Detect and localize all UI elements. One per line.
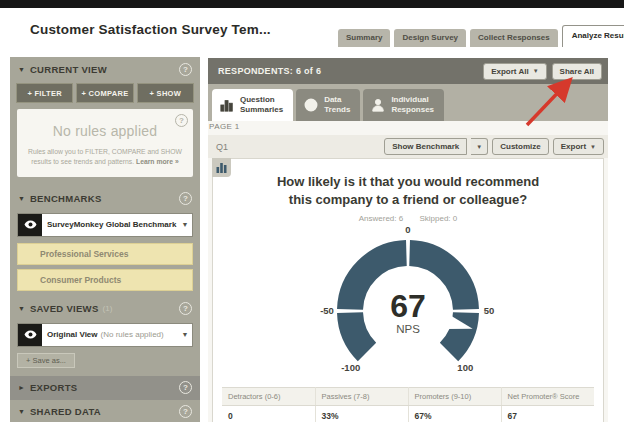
eye-icon xyxy=(18,324,42,346)
tab-design-survey[interactable]: Design Survey xyxy=(394,29,466,47)
exports-header[interactable]: ► EXPORTS ? xyxy=(10,376,200,400)
question-card: How likely is it that you would recommen… xyxy=(212,158,604,422)
chevron-down-icon: ▼ xyxy=(18,305,25,312)
bar-chart-icon xyxy=(220,98,234,112)
chevron-down-icon: ▼ xyxy=(590,144,596,150)
col-passives: Passives (7-8) xyxy=(315,388,408,406)
show-benchmark-split-button: Show Benchmark ▼ xyxy=(380,138,488,155)
chevron-down-icon: ▼ xyxy=(476,144,482,150)
help-icon[interactable]: ? xyxy=(175,114,188,127)
svg-text:67: 67 xyxy=(390,288,426,324)
chevron-down-icon: ▼ xyxy=(533,68,539,74)
saved-views-header[interactable]: ▼ SAVED VIEWS (1) ? xyxy=(10,297,200,321)
help-icon[interactable]: ? xyxy=(179,381,192,394)
tab-collect-responses[interactable]: Collect Responses xyxy=(470,29,558,47)
share-all-button[interactable]: Share All xyxy=(552,63,602,80)
help-icon[interactable]: ? xyxy=(179,192,192,205)
saved-views-count: (1) xyxy=(103,304,113,313)
answered-count: Answered: 6 xyxy=(359,214,403,223)
nps-breakdown-table: Detractors (0-6) Passives (7-8) Promoter… xyxy=(222,387,594,422)
page-label: PAGE 1 xyxy=(209,122,240,131)
svg-text:-100: -100 xyxy=(341,362,360,373)
survey-nav-tabs: Summary Design Survey Collect Responses … xyxy=(338,25,624,47)
sidebar: ▼ CURRENT VIEW ? + FILTER + COMPARE + SH… xyxy=(10,57,200,422)
help-icon[interactable]: ? xyxy=(179,63,192,76)
benchmark-item-consumer-products[interactable]: Consumer Products xyxy=(17,269,193,291)
respondents-bar: RESPONDENTS: 6 of 6 Export All▼ Share Al… xyxy=(208,58,608,84)
svg-text:NPS: NPS xyxy=(396,323,420,335)
tab-label: IndividualResponses xyxy=(391,95,434,115)
saved-view-dropdown[interactable]: Original View(No rules applied) ▼ xyxy=(17,323,193,347)
chart-thumbnail-icon xyxy=(212,158,231,177)
detractors-cell: 00 xyxy=(222,406,315,422)
saved-views-title: SAVED VIEWS xyxy=(30,303,99,314)
table-header-row: Detractors (0-6) Passives (7-8) Promoter… xyxy=(222,388,594,406)
save-as-button[interactable]: + Save as... xyxy=(17,353,75,368)
svg-text:50: 50 xyxy=(484,305,495,316)
compare-button[interactable]: + COMPARE xyxy=(76,83,133,103)
show-benchmark-button[interactable]: Show Benchmark xyxy=(384,138,467,155)
svg-text:-50: -50 xyxy=(320,305,334,316)
browser-chrome-bar xyxy=(0,0,624,8)
question-stats: Answered: 6 Skipped: 0 xyxy=(213,214,603,223)
question-title: How likely is it that you would recommen… xyxy=(213,173,603,208)
show-benchmark-caret[interactable]: ▼ xyxy=(471,138,488,155)
no-rules-box: ? No rules applied Rules allow you to FI… xyxy=(17,109,193,177)
tab-data-trends[interactable]: DataTrends xyxy=(296,89,360,121)
current-view-title: CURRENT VIEW xyxy=(30,64,107,75)
benchmark-dropdown[interactable]: SurveyMonkey Global Benchmark ▼ xyxy=(17,213,193,237)
chevron-down-icon: ▼ xyxy=(18,66,25,73)
show-button[interactable]: + SHOW xyxy=(137,83,194,103)
tab-individual-responses[interactable]: IndividualResponses xyxy=(363,89,444,121)
export-button[interactable]: Export▼ xyxy=(553,138,604,155)
tab-summary[interactable]: Summary xyxy=(338,29,390,47)
tab-analyze-results[interactable]: Analyze Results xyxy=(562,25,624,47)
col-nps: Net Promoter® Score xyxy=(501,388,594,406)
tab-question-summaries[interactable]: QuestionSummaries xyxy=(212,89,293,121)
benchmark-item-professional-services[interactable]: Professional Services xyxy=(17,243,193,265)
shared-data-header[interactable]: ▼ SHARED DATA ? xyxy=(10,400,200,422)
col-promoters: Promoters (9-10) xyxy=(408,388,501,406)
benchmarks-header[interactable]: ▼ BENCHMARKS ? xyxy=(10,187,200,211)
help-icon[interactable]: ? xyxy=(179,405,192,418)
nps-cell: 67 xyxy=(501,406,594,422)
filter-button[interactable]: + FILTER xyxy=(16,83,73,103)
customize-button[interactable]: Customize xyxy=(492,138,548,155)
person-icon xyxy=(371,98,385,112)
shared-data-title: SHARED DATA xyxy=(30,406,101,417)
nps-gauge: -100-5005010067NPS xyxy=(297,225,519,383)
chevron-right-icon: ► xyxy=(18,384,25,391)
col-detractors: Detractors (0-6) xyxy=(222,388,315,406)
survey-title: Customer Satisfaction Survey Tem... xyxy=(30,22,271,37)
analyze-results-screen: Customer Satisfaction Survey Tem... Summ… xyxy=(0,0,624,422)
saved-view-selected: Original View(No rules applied) xyxy=(42,324,178,346)
no-rules-title: No rules applied xyxy=(27,123,183,139)
analysis-tabstrip: QuestionSummaries DataTrends IndividualR… xyxy=(208,84,608,121)
learn-more-link[interactable]: Learn more » xyxy=(136,158,179,165)
no-rules-description: Rules allow you to FILTER, COMPARE and S… xyxy=(27,147,183,167)
respondents-count: RESPONDENTS: 6 of 6 xyxy=(218,66,321,76)
chevron-down-icon: ▼ xyxy=(178,214,192,236)
help-icon[interactable]: ? xyxy=(179,302,192,315)
chevron-down-icon: ▼ xyxy=(18,408,25,415)
chevron-down-icon: ▼ xyxy=(18,195,25,202)
clock-icon xyxy=(304,98,318,112)
svg-text:100: 100 xyxy=(457,362,473,373)
tab-label: QuestionSummaries xyxy=(240,95,283,115)
current-view-header[interactable]: ▼ CURRENT VIEW ? xyxy=(10,57,200,81)
export-all-button[interactable]: Export All▼ xyxy=(483,63,546,80)
rule-buttons: + FILTER + COMPARE + SHOW xyxy=(10,81,200,103)
svg-text:0: 0 xyxy=(405,225,410,235)
question-toolbar: Q1 Show Benchmark ▼ Customize Export▼ xyxy=(208,135,608,158)
table-value-row: 00 33%2 67%4 67 xyxy=(222,406,594,422)
skipped-count: Skipped: 0 xyxy=(419,214,457,223)
question-number: Q1 xyxy=(216,142,228,152)
main-panel: RESPONDENTS: 6 of 6 Export All▼ Share Al… xyxy=(208,58,608,422)
benchmark-selected: SurveyMonkey Global Benchmark xyxy=(42,214,178,236)
eye-icon xyxy=(18,214,42,236)
chevron-down-icon: ▼ xyxy=(178,324,192,346)
tab-label: DataTrends xyxy=(324,95,350,115)
results-content: PAGE 1 Q1 Show Benchmark ▼ Customize Exp… xyxy=(208,121,608,422)
exports-title: EXPORTS xyxy=(30,382,78,393)
passives-cell: 33%2 xyxy=(315,406,408,422)
